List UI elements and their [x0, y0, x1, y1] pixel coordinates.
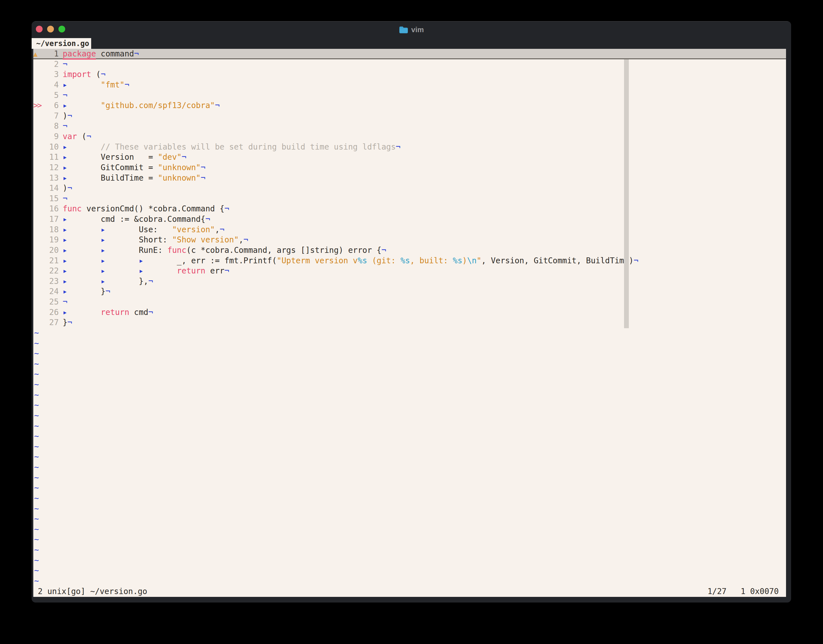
tab-indent-icon: ▸ — [63, 152, 101, 162]
empty-buffer-line[interactable]: ~ — [33, 545, 786, 555]
empty-buffer-line[interactable]: ~ — [33, 400, 786, 411]
empty-buffer-line[interactable]: ~ — [33, 514, 786, 524]
code-line[interactable]: 20▸ ▸ RunE: func(c *cobra.Command, args … — [33, 245, 786, 256]
error-sign-icon: >> — [33, 100, 43, 111]
code-text: ¬ — [63, 121, 67, 131]
code-text: ▸ Version = "dev"¬ — [63, 152, 186, 162]
empty-buffer-line[interactable]: ~ — [33, 555, 786, 566]
empty-buffer-line[interactable]: ~ — [33, 348, 786, 359]
tilde-marker: ~ — [33, 514, 39, 523]
code-line[interactable]: 16func versionCmd() *cobra.Command {¬ — [33, 204, 786, 214]
tilde-marker: ~ — [33, 566, 39, 575]
code-line[interactable]: 12▸ GitCommit = "unknown"¬ — [33, 163, 786, 173]
tilde-marker: ~ — [33, 494, 39, 503]
eol-marker-icon: ¬ — [201, 173, 205, 182]
empty-buffer-line[interactable]: ~ — [33, 359, 786, 370]
tab-indent-icon: ▸ — [101, 266, 139, 276]
tilde-marker: ~ — [33, 411, 39, 420]
tilde-marker: ~ — [33, 359, 39, 368]
code-line[interactable]: 24▸ }¬ — [33, 287, 786, 297]
line-number: 1 — [43, 49, 63, 59]
code-line[interactable]: 21▸ ▸ ▸ _, err := fmt.Printf("Upterm ver… — [33, 256, 786, 266]
code-line[interactable]: ▲1package command¬ — [33, 49, 786, 59]
empty-buffer-line[interactable]: ~ — [33, 504, 786, 514]
empty-buffer-line[interactable]: ~ — [33, 411, 786, 421]
eol-marker-icon: ¬ — [67, 318, 72, 327]
editor[interactable]: ▲1package command¬2¬3import (¬4▸ "fmt"¬5… — [33, 49, 786, 597]
line-number: 16 — [43, 204, 63, 214]
empty-buffer-line[interactable]: ~ — [33, 421, 786, 431]
empty-buffer-line[interactable]: ~ — [33, 328, 786, 338]
code-line[interactable]: 23▸ ▸ },¬ — [33, 276, 786, 287]
tab-indent-icon: ▸ — [63, 225, 101, 234]
empty-buffer-line[interactable]: ~ — [33, 431, 786, 442]
code-line[interactable]: 27}¬ — [33, 317, 786, 328]
eol-marker-icon: ¬ — [134, 49, 139, 58]
code-text: ▸ return cmd¬ — [63, 308, 153, 317]
tab-indent-icon: ▸ — [63, 80, 101, 89]
eol-marker-icon: ¬ — [148, 276, 153, 286]
code-line[interactable]: 8¬ — [33, 121, 786, 132]
tab-indent-icon: ▸ — [101, 276, 139, 286]
code-line[interactable]: 9var (¬ — [33, 132, 786, 142]
tilde-marker: ~ — [33, 452, 39, 462]
status-file-info: 2 unix[go] ~/version.go — [38, 586, 147, 597]
code-line[interactable]: >>6▸ "github.com/spf13/cobra"¬ — [33, 100, 786, 111]
code-line[interactable]: 2¬ — [33, 59, 786, 70]
empty-buffer-line[interactable]: ~ — [33, 576, 786, 586]
empty-buffer-line[interactable]: ~ — [33, 566, 786, 576]
tab-version-go[interactable]: ~/version.go — [32, 38, 91, 49]
empty-buffer-line[interactable]: ~ — [33, 493, 786, 504]
empty-buffer-line[interactable]: ~ — [33, 338, 786, 349]
tab-indent-icon: ▸ — [63, 256, 101, 265]
code-line[interactable]: 5¬ — [33, 90, 786, 101]
tab-indent-icon: ▸ — [63, 308, 101, 317]
code-line[interactable]: 15¬ — [33, 193, 786, 204]
tab-indent-icon: ▸ — [139, 256, 177, 265]
line-number: 25 — [43, 297, 63, 307]
code-line[interactable]: 11▸ Version = "dev"¬ — [33, 152, 786, 163]
eol-marker-icon: ¬ — [244, 235, 248, 244]
code-line[interactable]: 7)¬ — [33, 111, 786, 121]
code-text: ▸ cmd := &cobra.Command{¬ — [63, 215, 210, 224]
tilde-marker: ~ — [33, 524, 39, 534]
code-line[interactable]: 22▸ ▸ ▸ return err¬ — [33, 266, 786, 276]
empty-buffer-line[interactable]: ~ — [33, 524, 786, 535]
code-line[interactable]: 26▸ return cmd¬ — [33, 307, 786, 318]
eol-marker-icon: ¬ — [63, 121, 67, 131]
line-number: 17 — [43, 214, 63, 225]
code-line[interactable]: 25¬ — [33, 297, 786, 307]
line-number: 22 — [43, 266, 63, 276]
empty-buffer-line[interactable]: ~ — [33, 369, 786, 380]
code-text: ▸ ▸ },¬ — [63, 276, 153, 286]
empty-buffer-line[interactable]: ~ — [33, 483, 786, 493]
line-number: 24 — [43, 287, 63, 297]
code-text: ▸ ▸ ▸ _, err := fmt.Printf("Upterm versi… — [63, 256, 638, 265]
empty-buffer-line[interactable]: ~ — [33, 462, 786, 473]
empty-buffer-line[interactable]: ~ — [33, 452, 786, 462]
window-title: vim — [411, 25, 424, 34]
eol-marker-icon: ¬ — [224, 266, 229, 276]
code-text: ¬ — [63, 297, 67, 307]
code-line[interactable]: 10▸ // These variables will be set durin… — [33, 142, 786, 152]
code-line[interactable]: 17▸ cmd := &cobra.Command{¬ — [33, 214, 786, 225]
code-line[interactable]: 4▸ "fmt"¬ — [33, 80, 786, 90]
empty-buffer-line[interactable]: ~ — [33, 473, 786, 483]
line-number: 9 — [43, 132, 63, 142]
empty-buffer-line[interactable]: ~ — [33, 390, 786, 400]
code-line[interactable]: 19▸ ▸ Short: "Show version",¬ — [33, 235, 786, 245]
eol-marker-icon: ¬ — [205, 215, 210, 224]
empty-buffer-line[interactable]: ~ — [33, 380, 786, 390]
title-bar[interactable]: vim — [32, 21, 791, 38]
code-line[interactable]: 3import (¬ — [33, 69, 786, 80]
eol-marker-icon: ¬ — [124, 80, 129, 89]
tilde-marker: ~ — [33, 380, 39, 389]
tab-indent-icon: ▸ — [63, 245, 101, 255]
code-text: ▸ }¬ — [63, 287, 110, 296]
code-line[interactable]: 13▸ BuildTime = "unknown"¬ — [33, 173, 786, 184]
code-line[interactable]: 14)¬ — [33, 183, 786, 193]
empty-buffer-line[interactable]: ~ — [33, 535, 786, 545]
empty-buffer-line[interactable]: ~ — [33, 442, 786, 452]
code-text: ▸ "fmt"¬ — [63, 80, 129, 89]
code-line[interactable]: 18▸ ▸ Use: "version",¬ — [33, 225, 786, 235]
